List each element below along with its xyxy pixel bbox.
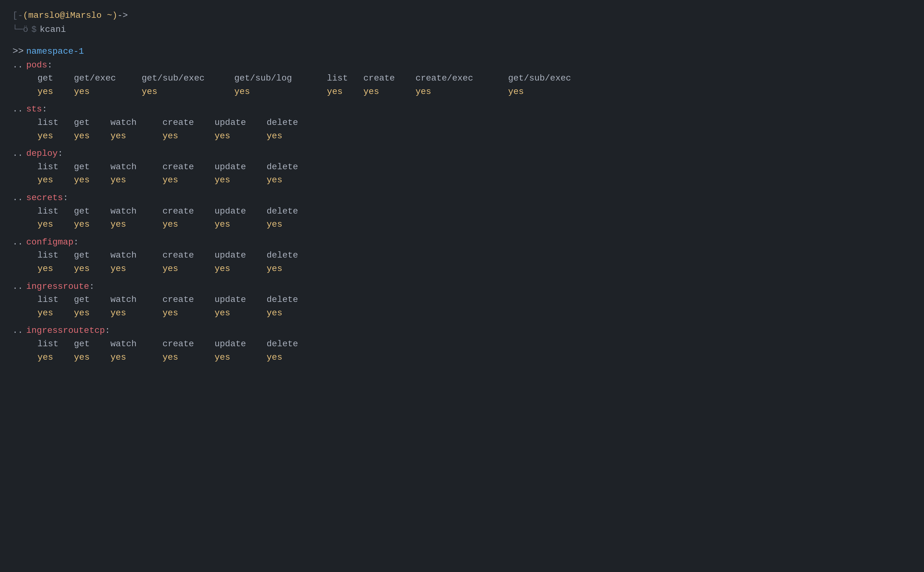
- dots: ..: [12, 325, 24, 337]
- perm-update: update: [214, 294, 261, 306]
- perm-watch: watch: [110, 294, 157, 306]
- perm-get: get: [74, 161, 105, 174]
- prompt-dollar: $: [31, 23, 37, 36]
- resource-name-sts: sts: [26, 103, 42, 116]
- secrets-values: yes yes yes yes yes yes: [37, 218, 912, 231]
- resource-name-ingressroute: ingressroute: [26, 280, 89, 293]
- val-yes-2: yes: [74, 218, 105, 231]
- perm-create: create: [162, 249, 209, 262]
- resource-name-ingressroutetcp: ingressroutetcp: [26, 325, 105, 337]
- configmap-perms: list get watch create update delete: [37, 249, 912, 262]
- double-arrow: >>: [12, 45, 24, 58]
- val-yes-1: yes: [37, 218, 69, 231]
- val-yes-3: yes: [110, 130, 157, 143]
- colon: :: [105, 325, 110, 337]
- resource-deploy: .. deploy : list get watch create update…: [12, 148, 912, 187]
- dots: ..: [12, 103, 24, 116]
- perm-delete: delete: [267, 294, 304, 306]
- val-yes-6: yes: [267, 307, 304, 320]
- val-yes-5: yes: [214, 174, 261, 187]
- val-yes-3: yes: [142, 85, 229, 98]
- perm-create-exec: create/exec: [416, 72, 503, 85]
- sts-values: yes yes yes yes yes yes: [37, 130, 912, 143]
- prompt-line-1: [- (marslo@iMarslo ~) ->: [12, 9, 912, 22]
- namespace-label: namespace-1: [26, 45, 84, 58]
- perm-watch: watch: [110, 338, 157, 351]
- prompt-icon: ö: [23, 23, 28, 36]
- dots: ..: [12, 192, 24, 205]
- perm-get-sub-exec: get/sub/exec: [142, 72, 229, 85]
- val-yes-5: yes: [214, 130, 261, 143]
- configmap-values: yes yes yes yes yes yes: [37, 263, 912, 275]
- perm-create: create: [162, 205, 209, 218]
- colon: :: [58, 148, 63, 160]
- colon: :: [63, 192, 68, 205]
- ingressroute-perms: list get watch create update delete: [37, 294, 912, 306]
- val-yes-2: yes: [74, 174, 105, 187]
- val-yes-6: yes: [267, 130, 304, 143]
- val-yes-3: yes: [110, 307, 157, 320]
- resource-configmap: .. configmap : list get watch create upd…: [12, 236, 912, 275]
- perm-list: list: [37, 205, 69, 218]
- dots: ..: [12, 236, 24, 249]
- dots: ..: [12, 148, 24, 160]
- val-yes-2: yes: [74, 85, 137, 98]
- perm-get: get: [74, 338, 105, 351]
- resource-name-pods: pods: [26, 59, 47, 72]
- val-yes-1: yes: [37, 174, 69, 187]
- bracket-close: └─: [12, 23, 23, 36]
- val-yes-4: yes: [162, 174, 209, 187]
- val-yes-4: yes: [162, 130, 209, 143]
- colon: :: [89, 280, 95, 293]
- perm-watch: watch: [110, 249, 157, 262]
- perm-get-sub-log: get/sub/log: [234, 72, 321, 85]
- resource-name-configmap: configmap: [26, 236, 73, 249]
- colon: :: [47, 59, 53, 72]
- resource-ingressroute-header: .. ingressroute :: [12, 280, 912, 293]
- perm-update: update: [214, 338, 261, 351]
- namespace-header: >> namespace-1: [12, 45, 912, 58]
- val-yes-5: yes: [214, 307, 261, 320]
- val-yes-5: yes: [214, 218, 261, 231]
- dots: ..: [12, 59, 24, 72]
- perm-delete: delete: [267, 161, 304, 174]
- perm-update: update: [214, 205, 261, 218]
- perm-get: get: [74, 205, 105, 218]
- perm-get-sub-exec2: get/sub/exec: [508, 72, 596, 85]
- val-yes-6: yes: [267, 351, 304, 364]
- val-yes-3: yes: [110, 351, 157, 364]
- val-yes-4: yes: [162, 307, 209, 320]
- val-yes-6: yes: [363, 85, 410, 98]
- ingressroute-values: yes yes yes yes yes yes: [37, 307, 912, 320]
- val-yes-5: yes: [214, 263, 261, 275]
- resource-pods: .. pods : get get/exec get/sub/exec get/…: [12, 59, 912, 98]
- val-yes-2: yes: [74, 263, 105, 275]
- perm-delete: delete: [267, 249, 304, 262]
- val-yes-3: yes: [110, 218, 157, 231]
- perm-create: create: [162, 117, 209, 129]
- resource-secrets: .. secrets : list get watch create updat…: [12, 192, 912, 231]
- ingressroutetcp-values: yes yes yes yes yes yes: [37, 351, 912, 364]
- val-yes-2: yes: [74, 351, 105, 364]
- val-yes-4: yes: [162, 218, 209, 231]
- val-yes-1: yes: [37, 130, 69, 143]
- perm-create: create: [162, 338, 209, 351]
- prompt-user: (marslo@iMarslo ~): [23, 9, 117, 22]
- secrets-perms: list get watch create update delete: [37, 205, 912, 218]
- perm-update: update: [214, 117, 261, 129]
- deploy-perms: list get watch create update delete: [37, 161, 912, 174]
- resource-deploy-header: .. deploy :: [12, 148, 912, 160]
- perm-get: get: [37, 72, 69, 85]
- bracket-open: [-: [12, 9, 23, 22]
- val-yes-2: yes: [74, 130, 105, 143]
- perm-create: create: [162, 161, 209, 174]
- resource-configmap-header: .. configmap :: [12, 236, 912, 249]
- perm-list: list: [37, 161, 69, 174]
- deploy-values: yes yes yes yes yes yes: [37, 174, 912, 187]
- val-yes-3: yes: [110, 174, 157, 187]
- perm-list: list: [37, 338, 69, 351]
- val-yes-1: yes: [37, 85, 69, 98]
- val-yes-6: yes: [267, 263, 304, 275]
- resource-ingressroutetcp: .. ingressroutetcp : list get watch crea…: [12, 325, 912, 364]
- val-yes-2: yes: [74, 307, 105, 320]
